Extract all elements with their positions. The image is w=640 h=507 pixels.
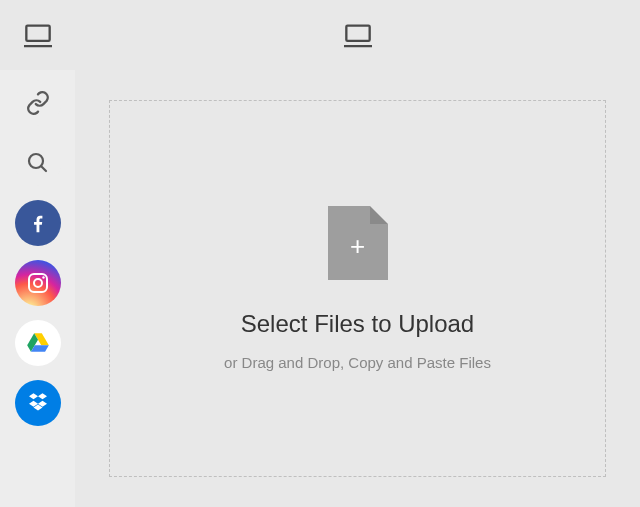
googledrive-icon bbox=[25, 330, 51, 356]
source-sidebar bbox=[0, 70, 75, 507]
facebook-icon bbox=[27, 212, 49, 234]
sidebar-item-dropbox[interactable] bbox=[15, 380, 61, 426]
sidebar-item-instagram[interactable] bbox=[15, 260, 61, 306]
svg-rect-2 bbox=[346, 26, 369, 41]
search-icon bbox=[26, 151, 50, 175]
header-left-device[interactable] bbox=[0, 21, 75, 49]
file-picker-root: + Select Files to Upload or Drag and Dro… bbox=[0, 0, 640, 507]
file-plus-icon: + bbox=[328, 206, 388, 280]
sidebar-item-facebook[interactable] bbox=[15, 200, 61, 246]
desktop-icon bbox=[344, 21, 372, 49]
upload-dropzone[interactable]: + Select Files to Upload or Drag and Dro… bbox=[109, 100, 606, 477]
sidebar-item-search[interactable] bbox=[15, 140, 61, 186]
instagram-icon bbox=[26, 271, 50, 295]
header-center-device[interactable] bbox=[75, 21, 640, 49]
svg-line-5 bbox=[41, 166, 46, 171]
svg-point-8 bbox=[42, 276, 44, 278]
link-icon bbox=[25, 90, 51, 116]
plus-icon: + bbox=[350, 233, 365, 259]
dropzone-title: Select Files to Upload bbox=[241, 310, 474, 338]
header-bar bbox=[0, 0, 640, 70]
dropzone-subtitle: or Drag and Drop, Copy and Paste Files bbox=[224, 354, 491, 371]
body: + Select Files to Upload or Drag and Dro… bbox=[0, 70, 640, 507]
desktop-icon bbox=[24, 21, 52, 49]
dropbox-icon bbox=[26, 391, 50, 415]
sidebar-item-link[interactable] bbox=[15, 80, 61, 126]
svg-point-7 bbox=[34, 279, 42, 287]
sidebar-item-googledrive[interactable] bbox=[15, 320, 61, 366]
svg-rect-0 bbox=[26, 26, 49, 41]
main-area: + Select Files to Upload or Drag and Dro… bbox=[75, 70, 640, 507]
